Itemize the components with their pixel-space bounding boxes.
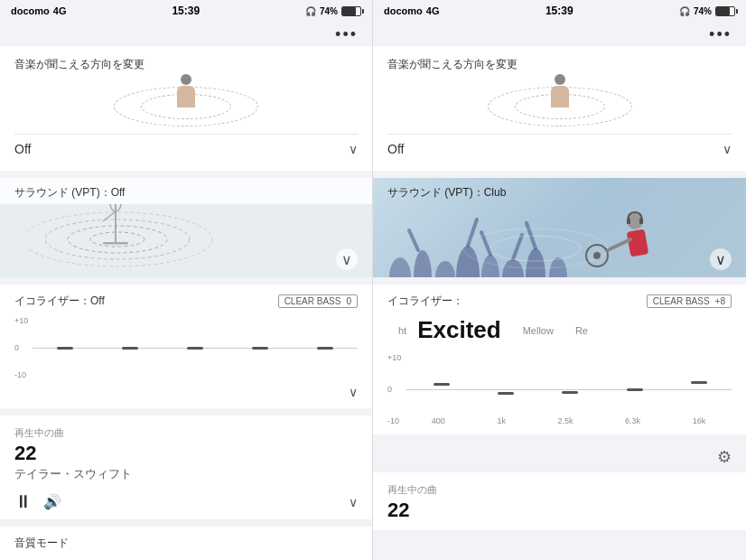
right-freq-labels: 400 1k 2.5k 6.3k 16k <box>406 416 732 425</box>
svg-point-8 <box>389 257 411 277</box>
right-eq-bar-1[interactable] <box>434 383 450 386</box>
left-eq-bar-3[interactable] <box>187 347 203 350</box>
svg-point-12 <box>481 255 499 277</box>
right-eq-bars <box>409 353 732 425</box>
right-direction-title: 音楽が聞こえる方向を変更 <box>387 57 732 72</box>
left-nowplaying-chevron[interactable]: ∨ <box>349 495 358 509</box>
right-direction-value: Off <box>387 142 404 156</box>
right-eq-title: イコライザー： <box>387 294 463 309</box>
left-eq-top-label: +10 <box>14 316 28 325</box>
left-play-controls-left: ⏸ 🔊 <box>14 491 61 512</box>
svg-point-1 <box>68 226 167 253</box>
left-now-playing: 再生中の曲 22 テイラー・スウィフト ⏸ 🔊 ∨ <box>0 415 372 519</box>
left-eq-bar-5[interactable] <box>317 347 333 350</box>
left-direction-dropdown[interactable]: Off ∨ <box>14 135 358 160</box>
right-direction-dropdown[interactable]: Off ∨ <box>387 135 732 160</box>
right-club-illustration <box>373 203 746 277</box>
left-menu-dots[interactable]: ••• <box>0 22 372 46</box>
left-clear-bass-badge[interactable]: CLEAR BASS 0 <box>278 294 358 308</box>
left-eq-bar-1[interactable] <box>57 347 73 350</box>
right-battery-pct: 74% <box>694 6 712 16</box>
left-eq-mid-label: 0 <box>14 343 19 352</box>
right-surround-chevron[interactable]: ∨ <box>710 248 732 270</box>
svg-rect-4 <box>115 203 117 244</box>
right-eq-bot-label: -10 <box>387 416 399 425</box>
left-eq-chevron-row: ∨ <box>14 385 358 399</box>
left-playback-controls: ⏸ 🔊 ∨ <box>14 491 358 512</box>
left-surround-title: サラウンド (VPT)：Off <box>0 178 372 204</box>
right-settings-gear-icon[interactable]: ⚙ <box>717 447 732 467</box>
right-ellipse-container <box>488 87 632 126</box>
right-settings-row: ⚙ <box>373 442 746 472</box>
right-eq-bar-5[interactable] <box>691 381 707 384</box>
svg-line-25 <box>608 239 630 250</box>
right-freq-2k5: 2.5k <box>557 416 573 425</box>
right-now-playing-label: 再生中の曲 <box>387 483 732 497</box>
left-now-playing-label: 再生中の曲 <box>14 426 358 440</box>
left-eq-section: イコライザー：Off CLEAR BASS 0 +10 0 -10 ∨ <box>0 285 372 408</box>
right-panel: docomo 4G 15:39 🎧 74% ••• 音楽が聞こえる方向を変更 <box>373 0 746 560</box>
right-freq-16k: 16k <box>693 416 706 425</box>
right-eq-preset-re[interactable]: Re <box>564 325 599 336</box>
right-direction-chevron[interactable]: ∨ <box>723 142 732 156</box>
svg-rect-23 <box>639 219 643 224</box>
left-surround-chevron[interactable]: ∨ <box>336 248 358 270</box>
left-headphone-icon: 🎧 <box>305 6 316 16</box>
right-eq-preset-mellow[interactable]: Mellow <box>512 325 564 336</box>
right-status-right: 🎧 74% <box>679 6 735 16</box>
left-eq-bot-label: -10 <box>14 370 26 379</box>
svg-line-19 <box>513 235 522 259</box>
left-quality-section: 音質モード <box>0 527 372 560</box>
left-pause-icon[interactable]: ⏸ <box>14 491 33 512</box>
left-direction-value: Off <box>14 142 31 156</box>
left-ellipse-container <box>114 87 258 126</box>
right-eq-chart: +10 0 -10 400 1k 2.5k 6.3k 16k <box>387 353 732 425</box>
left-person-head <box>181 74 191 85</box>
svg-rect-5 <box>103 242 128 245</box>
right-status-bar: docomo 4G 15:39 🎧 74% <box>373 0 746 22</box>
left-status-bar: docomo 4G 15:39 🎧 74% <box>0 0 372 22</box>
right-menu-dots[interactable]: ••• <box>373 22 746 46</box>
right-eq-bar-4[interactable] <box>627 388 643 391</box>
left-surround-section: サラウンド (VPT)：Off ∨ <box>0 178 372 277</box>
right-clear-bass-label: CLEAR BASS <box>653 296 710 306</box>
left-volume-icon[interactable]: 🔊 <box>43 493 61 510</box>
right-eq-bar-3[interactable] <box>562 391 578 394</box>
right-now-playing: 再生中の曲 22 <box>373 472 746 530</box>
right-eq-bar-2[interactable] <box>498 392 514 395</box>
left-battery-pct: 74% <box>320 6 338 16</box>
right-surround-section: サラウンド (VPT)：Club <box>373 178 746 277</box>
left-time: 15:39 <box>172 5 200 17</box>
svg-point-3 <box>27 212 212 266</box>
left-clear-bass-value: 0 <box>346 296 351 306</box>
left-surround-bg <box>0 203 372 277</box>
svg-point-0 <box>90 232 145 247</box>
left-panel: docomo 4G 15:39 🎧 74% ••• 音楽が聞こえる方向を変更 <box>0 0 373 560</box>
right-eq-preset-excited[interactable]: Excited <box>417 316 512 344</box>
right-eq-preset-ht[interactable]: ht <box>387 325 417 336</box>
left-eq-bar-4[interactable] <box>252 347 268 350</box>
right-eq-section: イコライザー： CLEAR BASS +8 ht Excited Mellow … <box>373 285 746 434</box>
left-status-left: docomo 4G <box>11 5 66 16</box>
right-direction-section: 音楽が聞こえる方向を変更 Off ∨ <box>373 46 746 171</box>
right-eq-preset-selector: ht Excited Mellow Re <box>387 316 732 344</box>
left-eq-title: イコライザー：Off <box>14 294 105 309</box>
left-eq-header: イコライザー：Off CLEAR BASS 0 <box>14 294 358 309</box>
right-time: 15:39 <box>546 5 573 17</box>
right-club-svg <box>373 203 716 277</box>
left-direction-chevron[interactable]: ∨ <box>349 142 358 156</box>
left-eq-chart: +10 0 -10 <box>14 316 358 379</box>
right-battery-icon <box>715 6 735 16</box>
right-clear-bass-badge[interactable]: CLEAR BASS +8 <box>647 294 732 308</box>
svg-rect-22 <box>627 219 630 224</box>
right-eq-header: イコライザー： CLEAR BASS +8 <box>387 294 732 309</box>
right-eq-mid-label: 0 <box>387 385 392 394</box>
svg-point-11 <box>456 246 480 277</box>
left-person-figure <box>177 74 195 107</box>
svg-line-16 <box>409 230 418 250</box>
right-clear-bass-value: +8 <box>715 296 725 306</box>
svg-line-18 <box>481 232 490 255</box>
right-now-playing-title: 22 <box>387 499 732 522</box>
left-eq-chevron[interactable]: ∨ <box>349 385 358 399</box>
left-eq-bar-2[interactable] <box>122 347 138 350</box>
